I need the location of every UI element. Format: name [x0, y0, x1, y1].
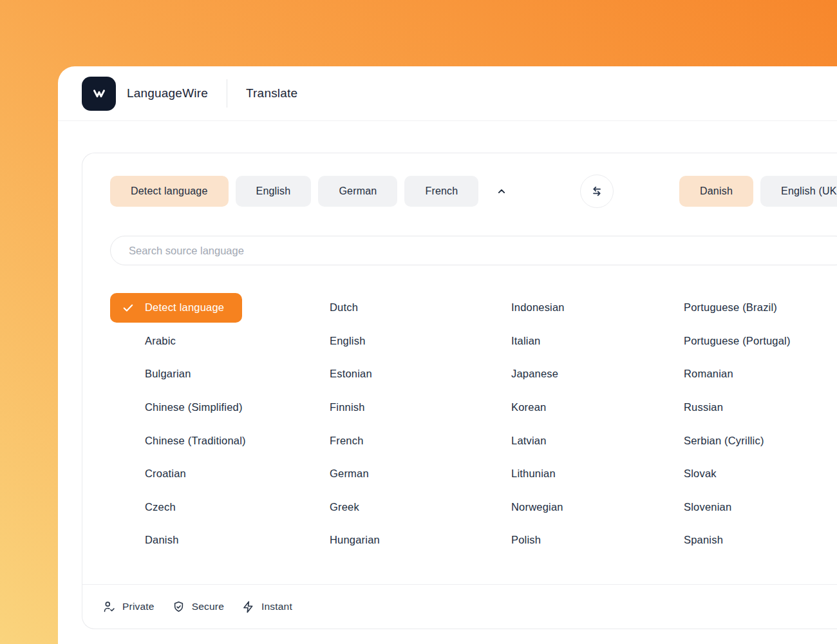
language-option[interactable]: German [295, 457, 476, 491]
swap-arrows-icon [589, 184, 605, 199]
language-option-label: Korean [511, 401, 546, 413]
language-option-label: Czech [145, 501, 176, 513]
language-option[interactable]: Czech [110, 491, 295, 524]
target-language-tab[interactable]: English (UK) [760, 176, 837, 207]
language-option[interactable]: Slovak [649, 457, 791, 491]
language-option-label: Bulgarian [145, 368, 191, 380]
language-option[interactable]: French [295, 424, 476, 457]
language-tabs-row: Detect languageEnglishGermanFrench [110, 176, 837, 207]
language-option[interactable]: Portuguese (Brazil) [649, 291, 791, 325]
selected-language-pill: Detect language [110, 293, 242, 323]
language-option[interactable]: Danish [110, 524, 295, 557]
trust-badge-private: Private [102, 600, 155, 614]
language-option[interactable]: Russian [649, 391, 791, 424]
language-option-label: Lithunian [511, 468, 556, 480]
language-column: Detect languageArabicBulgarianChinese (S… [110, 291, 295, 557]
language-column: IndonesianItalianJapaneseKoreanLatvianLi… [476, 291, 649, 557]
target-language-tab-active[interactable]: Danish [679, 176, 753, 207]
trust-badge-label: Secure [192, 601, 224, 612]
language-option[interactable]: Slovenian [649, 491, 791, 524]
trust-badge-label: Private [122, 601, 155, 612]
language-option[interactable]: Latvian [476, 424, 649, 457]
language-option[interactable]: Korean [476, 391, 649, 424]
language-option[interactable]: Greek [295, 491, 476, 524]
language-option[interactable]: Polish [476, 524, 649, 557]
language-option-label: Finnish [330, 401, 365, 413]
language-option[interactable]: Spanish [649, 524, 791, 557]
languagewire-logo[interactable] [82, 77, 116, 111]
language-option-label: Portuguese (Brazil) [684, 301, 777, 314]
language-option-label: Latvian [511, 435, 547, 447]
shield-check-icon [172, 600, 185, 614]
language-option-label: Danish [145, 534, 179, 546]
swap-languages-button[interactable] [580, 175, 614, 208]
trust-badge-secure: Secure [172, 600, 224, 614]
language-column: DutchEnglishEstonianFinnishFrenchGermanG… [295, 291, 476, 557]
language-option[interactable]: Dutch [295, 291, 476, 325]
source-language-tab[interactable]: French [404, 176, 478, 207]
language-option-label: Slovenian [684, 501, 731, 513]
target-language-tabs: DanishEnglish (UK) [679, 176, 837, 207]
language-option[interactable]: Indonesian [476, 291, 649, 325]
source-language-tab[interactable]: German [318, 176, 397, 207]
language-option-label: Spanish [684, 534, 723, 546]
language-option-label: Portuguese (Portugal) [684, 335, 791, 347]
product-name: Translate [246, 86, 297, 100]
language-option-label: Italian [511, 335, 540, 347]
language-option-label: English [330, 335, 366, 347]
gradient-background: LanguageWire Translate Detect languageEn… [0, 0, 837, 644]
language-option-label: Serbian (Cyrillic) [684, 435, 764, 447]
person-check-icon [102, 600, 116, 614]
language-option[interactable]: Serbian (Cyrillic) [649, 424, 791, 457]
source-language-tabs: Detect languageEnglishGermanFrench [110, 176, 485, 207]
check-icon [122, 301, 135, 314]
language-option-label: Detect language [145, 301, 224, 314]
language-option[interactable]: Portuguese (Portugal) [649, 325, 791, 358]
language-option-label: Polish [511, 534, 541, 546]
language-option[interactable]: Italian [476, 325, 649, 358]
language-option-label: Indonesian [511, 301, 565, 314]
language-option-label: French [330, 435, 364, 447]
language-option[interactable]: Lithunian [476, 457, 649, 491]
language-option-label: Croatian [145, 468, 186, 480]
language-option-label: Chinese (Traditional) [145, 435, 246, 447]
language-option-label: German [330, 468, 369, 480]
header-divider [227, 79, 227, 108]
language-option-label: Norwegian [511, 501, 563, 513]
languagewire-w-icon [89, 84, 109, 103]
language-option[interactable]: Chinese (Traditional) [110, 424, 295, 457]
language-option-label: Hungarian [330, 534, 380, 546]
language-option-label: Japanese [511, 368, 558, 380]
language-option[interactable]: Estonian [295, 357, 476, 391]
language-grid: Detect languageArabicBulgarianChinese (S… [110, 291, 791, 557]
translate-card: LanguageWire Translate Detect languageEn… [58, 66, 837, 644]
brand-name: LanguageWire [127, 86, 208, 100]
lightning-icon [241, 600, 255, 614]
language-option[interactable]: Norwegian [476, 491, 649, 524]
language-option-label: Chinese (Simplified) [145, 401, 243, 413]
search-input[interactable] [110, 236, 837, 265]
language-option[interactable]: Hungarian [295, 524, 476, 557]
chevron-up-icon [495, 185, 508, 198]
language-option[interactable]: Bulgarian [110, 357, 295, 391]
language-option-label: Romanian [684, 368, 733, 380]
language-option[interactable]: Chinese (Simplified) [110, 391, 295, 424]
language-option-label: Greek [330, 501, 359, 513]
language-option[interactable]: Finnish [295, 391, 476, 424]
app-header: LanguageWire Translate [58, 66, 837, 121]
language-option-label: Arabic [145, 335, 176, 347]
trust-footer: PrivateSecureInstant [82, 584, 837, 629]
collapse-panel-button[interactable] [489, 178, 514, 204]
language-option[interactable]: Romanian [649, 357, 791, 391]
language-option-label: Dutch [330, 301, 358, 314]
source-language-tab-active[interactable]: Detect language [110, 176, 229, 207]
language-option[interactable]: Croatian [110, 457, 295, 491]
trust-badge-instant: Instant [241, 600, 292, 614]
language-option[interactable]: English [295, 325, 476, 358]
language-option[interactable]: Arabic [110, 325, 295, 358]
language-option-selected[interactable]: Detect language [110, 291, 295, 325]
trust-badge-label: Instant [261, 601, 292, 612]
language-option[interactable]: Japanese [476, 357, 649, 391]
source-language-tab[interactable]: English [236, 176, 312, 207]
language-option-label: Slovak [684, 468, 717, 480]
